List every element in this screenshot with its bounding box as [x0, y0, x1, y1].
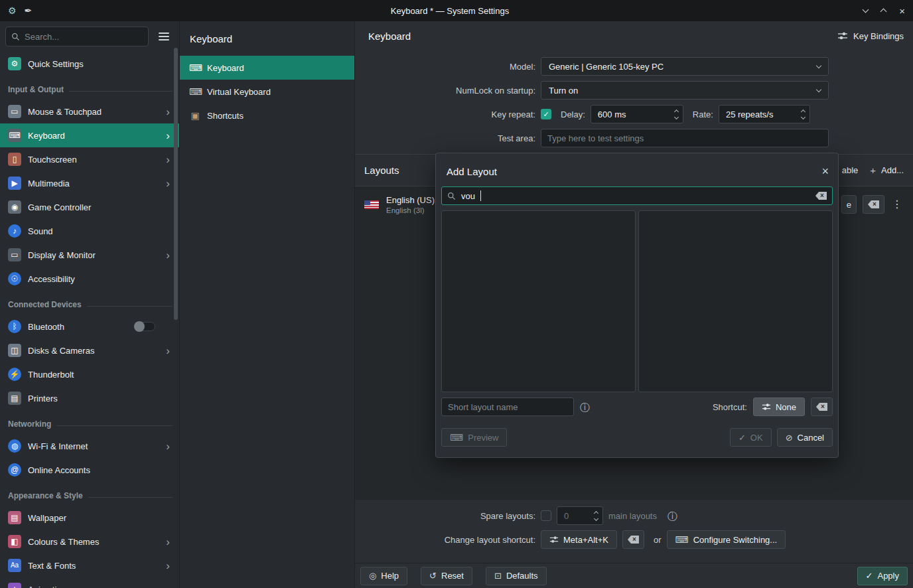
wifi-icon: ◍: [8, 439, 21, 453]
cancel-button[interactable]: ⊘ Cancel: [777, 428, 833, 447]
row-shortcut-button[interactable]: e: [841, 195, 857, 214]
dialog-title: Add Layout: [447, 166, 821, 177]
row-clear-shortcut-button[interactable]: [863, 195, 884, 214]
sidebar-item-touchscreen[interactable]: ▯Touchscreen›: [0, 147, 179, 171]
layout-variant: English (3l): [386, 206, 435, 214]
clear-shortcut-button[interactable]: [622, 530, 644, 549]
maximize-button[interactable]: [881, 7, 886, 14]
sidebar-item-text-fonts[interactable]: AaText & Fonts›: [0, 553, 179, 577]
dialog-clear-shortcut-button[interactable]: [811, 398, 833, 416]
sliders-icon: [549, 535, 559, 544]
defaults-button[interactable]: ⊡ Defaults: [486, 567, 547, 585]
chevron-down-icon: [863, 7, 869, 13]
row-menu-button[interactable]: ⋮: [890, 199, 904, 210]
menu-button[interactable]: [154, 27, 174, 46]
spin-arrows-icon[interactable]: [595, 512, 598, 520]
printer-icon: ▤: [8, 392, 21, 405]
sidebar-section-appearance-style: Appearance & Style: [0, 482, 179, 506]
layout-name-input[interactable]: Short layout name: [441, 398, 574, 416]
subpanel-item-shortcuts[interactable]: ▣Shortcuts: [180, 104, 354, 127]
sidebar-item-label: Text & Fonts: [28, 561, 159, 571]
sidebar-item-display-monitor[interactable]: ▭Display & Monitor›: [0, 243, 179, 267]
info-icon[interactable]: ⓘ: [667, 511, 677, 521]
sidebar-item-accessibility[interactable]: ☉Accessibility: [0, 267, 179, 291]
configure-switching-button[interactable]: ⌨ Configure Switching...: [667, 530, 786, 549]
search-input[interactable]: Search...: [5, 27, 149, 46]
section-label: Networking: [8, 419, 51, 429]
sidebar-item-label: Thunderbolt: [28, 370, 173, 380]
subpanel-item-label: Keyboard: [207, 63, 244, 73]
test-area-input[interactable]: Type here to test settings: [541, 129, 829, 147]
close-button[interactable]: ×: [899, 5, 905, 17]
minimize-button[interactable]: [863, 9, 868, 12]
sidebar-item-multimedia[interactable]: ▶Multimedia›: [0, 171, 179, 195]
subpanel-item-label: Virtual Keyboard: [207, 87, 271, 97]
keyboard-icon: ⌨: [675, 534, 689, 545]
sidebar-item-online-accounts[interactable]: @Online Accounts: [0, 458, 179, 482]
sidebar-item-game-controller[interactable]: ◉Game Controller: [0, 195, 179, 219]
clear-search-icon[interactable]: [815, 192, 827, 200]
virtual-keyboard-icon: ⌨: [189, 86, 201, 97]
sidebar-scrollbar[interactable]: [174, 48, 178, 320]
spin-arrows-icon[interactable]: [802, 110, 805, 119]
rate-spinbox[interactable]: 25 repeats/s: [719, 105, 810, 123]
section-label: Connected Devices: [8, 300, 82, 309]
key-repeat-checkbox[interactable]: ✓: [541, 109, 551, 119]
sidebar-item-printers[interactable]: ▤Printers: [0, 386, 179, 410]
spare-layouts-checkbox[interactable]: [541, 510, 551, 521]
pin-icon[interactable]: ✒: [25, 6, 33, 15]
game-controller-icon: ◉: [8, 200, 21, 214]
preview-button[interactable]: ⌨ Preview: [441, 428, 507, 447]
bluetooth-toggle[interactable]: [134, 322, 155, 331]
reset-button[interactable]: ↺ Reset: [421, 567, 472, 585]
sidebar-item-label: Printers: [28, 394, 173, 404]
chevron-right-icon: ›: [166, 106, 173, 117]
sidebar-item-thunderbolt[interactable]: ⚡Thunderbolt: [0, 362, 179, 386]
sidebar-item-label: Online Accounts: [28, 465, 173, 475]
key-bindings-button[interactable]: Key Bindings: [837, 31, 904, 41]
spin-arrows-icon[interactable]: [675, 110, 678, 119]
sidebar-item-quick-settings[interactable]: ⚙Quick Settings: [0, 52, 179, 76]
info-icon[interactable]: ⓘ: [580, 402, 590, 412]
layout-results-list[interactable]: [441, 210, 636, 392]
change-shortcut-label: Change layout shortcut:: [355, 535, 535, 545]
sidebar-item-wi-fi-internet[interactable]: ◍Wi-Fi & Internet›: [0, 434, 179, 458]
dialog-close-button[interactable]: ×: [821, 165, 829, 177]
sidebar-item-keyboard[interactable]: ⌨Keyboard›: [0, 123, 179, 147]
subpanel: Keyboard ⌨Keyboard⌨Virtual Keyboard▣Shor…: [179, 21, 355, 588]
mouse-icon: ▭: [8, 105, 21, 118]
system-settings-window: ⚙ ✒ Keyboard * — System Settings × Searc…: [0, 0, 913, 588]
text-caret: [480, 190, 481, 201]
add-layout-button[interactable]: + Add...: [870, 165, 904, 176]
subpanel-item-virtual-keyboard[interactable]: ⌨Virtual Keyboard: [180, 80, 354, 104]
or-label: or: [654, 535, 662, 545]
sidebar-item-disks-cameras[interactable]: ◫Disks & Cameras›: [0, 338, 179, 362]
model-select[interactable]: Generic | Generic 105-key PC: [541, 57, 829, 76]
layout-variants-list[interactable]: [638, 210, 833, 392]
section-rule: [69, 91, 173, 92]
layout-name: English (US): [386, 195, 435, 205]
key-bindings-label: Key Bindings: [853, 31, 904, 41]
sidebar-item-colours-themes[interactable]: ◧Colours & Themes›: [0, 530, 179, 553]
apply-button[interactable]: ✓ Apply: [857, 567, 908, 585]
chevron-right-icon: ›: [166, 441, 173, 452]
delay-spinbox[interactable]: 600 ms: [591, 105, 683, 123]
model-label: Model:: [355, 62, 535, 72]
sidebar-item-animations[interactable]: ✦Animations: [0, 577, 179, 588]
layout-search-input[interactable]: vou: [441, 186, 833, 205]
subpanel-item-keyboard[interactable]: ⌨Keyboard: [180, 56, 354, 80]
rate-label: Rate:: [693, 110, 713, 119]
ok-button[interactable]: ✓ OK: [730, 428, 772, 447]
sidebar-item-sound[interactable]: ♪Sound: [0, 219, 179, 243]
change-shortcut-button[interactable]: Meta+Alt+K: [541, 530, 617, 549]
sidebar-item-bluetooth[interactable]: ᛒBluetooth: [0, 315, 179, 338]
dialog-shortcut-button[interactable]: None: [753, 398, 805, 416]
help-button[interactable]: ◎ Help: [360, 567, 407, 585]
animations-icon: ✦: [8, 583, 21, 588]
sidebar-item-mouse-touchpad[interactable]: ▭Mouse & Touchpad›: [0, 100, 179, 123]
search-icon: [11, 33, 20, 41]
spare-layouts-spinbox[interactable]: 0: [557, 506, 603, 525]
section-rule: [88, 497, 173, 498]
sidebar-item-wallpaper[interactable]: ▤Wallpaper: [0, 506, 179, 530]
numlock-select[interactable]: Turn on: [541, 81, 829, 100]
